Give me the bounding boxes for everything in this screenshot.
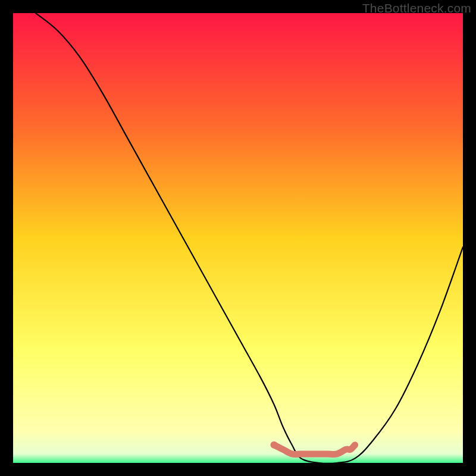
plot-area [13,13,463,463]
chart-svg [13,13,463,463]
chart-background [13,13,463,463]
chart-stage: TheBottleneck.com [0,0,476,476]
annotation-dot [270,441,277,449]
